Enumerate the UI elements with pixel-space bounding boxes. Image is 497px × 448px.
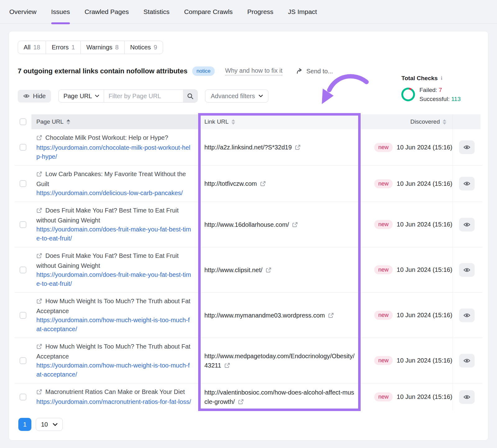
page-url-link[interactable]: https://yourdomain.com/does-fruit-make-y… (36, 225, 191, 243)
eye-icon (463, 144, 471, 151)
nav-tab-issues[interactable]: Issues (51, 0, 70, 23)
page-url-link[interactable]: https://yourdomain.com/delicious-low-car… (36, 189, 191, 198)
sort-page-url[interactable] (66, 119, 70, 125)
send-to-button[interactable]: Send to... (297, 68, 333, 75)
chevron-down-icon (95, 95, 99, 97)
page-url-link[interactable]: https://yourdomain.com/how-much-weight-i… (36, 361, 191, 379)
hide-button[interactable]: Hide (18, 90, 51, 103)
sort-discovered[interactable] (443, 119, 446, 125)
severity-tab-all[interactable]: All 18 (18, 41, 46, 54)
new-badge: new (374, 392, 393, 401)
table-body: Chocolate Milk Post Workout: Help or Hyp… (15, 129, 482, 410)
eye-icon (463, 312, 471, 319)
eye-icon (23, 93, 30, 99)
filter-field-select[interactable]: Page URL (59, 90, 104, 102)
external-link-icon[interactable] (224, 363, 230, 370)
nav-tab-crawled-pages[interactable]: Crawled Pages (84, 0, 129, 23)
info-icon[interactable]: i (441, 75, 442, 81)
external-link-icon[interactable] (260, 181, 266, 188)
nav-tab-label: Issues (51, 8, 70, 16)
sort-link-url[interactable] (231, 119, 235, 125)
severity-tab-notices[interactable]: Notices 9 (124, 41, 163, 54)
external-link-icon (36, 298, 42, 307)
nav-tab-js-impact[interactable]: JS Impact (288, 0, 317, 23)
advanced-filters-button[interactable]: Advanced filters (205, 89, 268, 103)
discovered-header: Discovered (410, 118, 440, 125)
external-link-icon (36, 171, 42, 180)
link-url-header: Link URL (204, 118, 229, 125)
eye-icon (463, 357, 471, 364)
why-how-to-fix-link[interactable]: Why and how to fix it (225, 67, 283, 75)
view-issue-button[interactable] (459, 390, 475, 404)
discovered-date: 10 Jun 2024 (15:16) (397, 144, 452, 151)
row-checkbox[interactable] (20, 144, 26, 151)
nav-tab-compare-crawls[interactable]: Compare Crawls (184, 0, 233, 23)
search-button[interactable] (183, 90, 197, 102)
view-issue-button[interactable] (459, 263, 475, 277)
new-badge: new (374, 143, 393, 152)
row-checkbox[interactable] (20, 221, 26, 228)
severity-tab-label: Notices (130, 44, 151, 51)
external-link-icon (36, 388, 42, 397)
discovered-date: 10 Jun 2024 (15:16) (397, 180, 452, 187)
page-1-button[interactable]: 1 (18, 418, 31, 431)
view-issue-button[interactable] (459, 309, 475, 322)
pagination: 1 10 (18, 418, 479, 431)
view-issue-button[interactable] (459, 140, 475, 154)
link-url: http://totfivczw.com (204, 180, 257, 187)
view-issue-button[interactable] (459, 354, 475, 368)
page-size-select[interactable]: 10 (36, 418, 63, 431)
issues-panel: All 18 Errors 1 Warnings 8 Notices 9 7 o… (9, 31, 488, 441)
eye-icon (463, 180, 471, 187)
new-badge: new (374, 265, 393, 274)
nav-tab-progress[interactable]: Progress (247, 0, 273, 23)
severity-tab-label: Errors (52, 44, 68, 51)
external-link-icon[interactable] (292, 222, 298, 229)
page-url-link[interactable]: https://yourdomain.com/how-much-weight-i… (36, 316, 191, 334)
successful-value: 113 (451, 96, 461, 102)
table-row: How Much Weight Is Too Much? The Truth a… (15, 338, 482, 383)
external-link-icon[interactable] (238, 399, 244, 406)
successful-label: Successful: (419, 96, 449, 102)
link-url: http://www.clipsit.net/ (204, 267, 262, 273)
view-issue-button[interactable] (459, 218, 475, 231)
discovered-date: 10 Jun 2024 (15:16) (397, 312, 452, 319)
row-checkbox[interactable] (20, 267, 26, 273)
nav-tab-overview[interactable]: Overview (9, 0, 37, 23)
row-checkbox[interactable] (20, 312, 26, 319)
nav-tab-label: Progress (247, 8, 273, 16)
external-link-icon[interactable] (266, 267, 271, 274)
severity-tab-label: Warnings (86, 44, 112, 51)
nav-tab-statistics[interactable]: Statistics (144, 0, 170, 23)
view-issue-button[interactable] (459, 177, 475, 190)
external-link-icon[interactable] (328, 313, 334, 320)
filter-field-label: Page URL (63, 93, 92, 100)
row-checkbox[interactable] (20, 357, 26, 364)
row-checkbox[interactable] (20, 394, 26, 400)
hide-button-label: Hide (33, 93, 46, 100)
discovered-date: 10 Jun 2024 (15:16) (397, 266, 452, 273)
external-link-icon (36, 343, 42, 352)
severity-tab-count: 8 (115, 44, 119, 51)
page-title: How Much Weight Is Too Much? The Truth a… (36, 298, 190, 314)
discovered-date: 10 Jun 2024 (15:16) (397, 393, 452, 400)
select-all-checkbox[interactable] (20, 118, 26, 125)
severity-tab-warnings[interactable]: Warnings 8 (80, 41, 124, 54)
page-url-link[interactable]: https://yourdomain.com/does-fruit-make-y… (36, 270, 191, 288)
severity-tab-errors[interactable]: Errors 1 (46, 41, 80, 54)
total-checks-donut (401, 88, 415, 101)
link-url: http://www.16dollarhouse.com/ (204, 221, 289, 228)
send-to-label: Send to... (306, 68, 333, 75)
filter-input[interactable] (104, 90, 183, 102)
link-url: http://www.mymanandme03.wordpress.com (204, 312, 325, 319)
page-url-link[interactable]: https://yourdomain.com/macronutrient-rat… (36, 397, 191, 406)
discovered-date: 10 Jun 2024 (15:16) (397, 357, 452, 364)
row-checkbox[interactable] (20, 180, 26, 187)
page-url-link[interactable]: https://yourdomain.com/chocolate-milk-po… (36, 143, 191, 161)
severity-tab-count: 18 (33, 44, 40, 51)
nav-tab-label: Statistics (144, 8, 170, 16)
issue-title-row: 7 outgoing external links contain nofoll… (18, 66, 479, 76)
external-link-icon[interactable] (295, 144, 301, 152)
discovered-date: 10 Jun 2024 (15:16) (397, 221, 452, 228)
table-row: Does Fruit Make You Fat? Best Time to Ea… (15, 247, 482, 292)
